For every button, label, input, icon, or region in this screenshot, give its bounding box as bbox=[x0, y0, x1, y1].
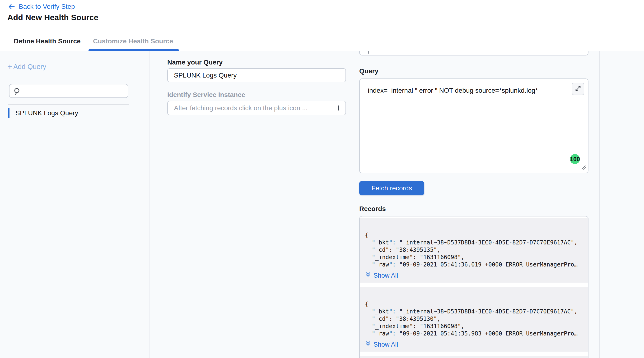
page-title: Add New Health Source bbox=[7, 13, 98, 22]
service-instance-label: Identify Service Instance bbox=[167, 91, 245, 99]
resize-handle[interactable] bbox=[581, 165, 586, 171]
name-query-label: Name your Query bbox=[167, 58, 222, 66]
content-area: + Add Query SPLUNK Logs Query Name your … bbox=[0, 51, 644, 358]
tab-customize-health-source[interactable]: Customize Health Source bbox=[93, 37, 173, 45]
add-query-label: Add Query bbox=[13, 63, 46, 71]
show-all-label: Show All bbox=[374, 341, 398, 348]
text-caret bbox=[368, 51, 369, 53]
back-arrow-icon bbox=[8, 3, 16, 10]
service-instance-plus-button[interactable]: + bbox=[332, 101, 345, 115]
double-chevron-down-icon bbox=[365, 272, 371, 280]
service-instance-input[interactable] bbox=[167, 101, 346, 115]
plus-icon: + bbox=[7, 63, 12, 70]
show-all-link[interactable]: Show All bbox=[365, 271, 398, 280]
query-text: index=_internal " error " NOT debug sour… bbox=[368, 87, 538, 94]
active-tab-underline bbox=[88, 49, 179, 51]
app-window: Back to Verify Step Add New Health Sourc… bbox=[0, 0, 644, 358]
show-all-label: Show All bbox=[374, 272, 398, 279]
query-sidebar: + Add Query SPLUNK Logs Query bbox=[0, 51, 150, 358]
record-item-3-partial bbox=[360, 356, 588, 358]
tab-bar: Define Health Source Customize Health So… bbox=[0, 30, 644, 51]
query-name-input[interactable] bbox=[167, 68, 346, 82]
query-textarea[interactable]: index=_internal " error " NOT debug sour… bbox=[359, 78, 588, 173]
record-item-2: { "_bkt": "_internal~38~D537D8B4-3EC0-4D… bbox=[360, 287, 588, 352]
record-json: { "_bkt": "_internal~38~D537D8B4-3EC0-4D… bbox=[365, 301, 586, 337]
page-header: Back to Verify Step Add New Health Sourc… bbox=[0, 0, 644, 30]
double-chevron-down-icon bbox=[365, 341, 371, 349]
add-query-button[interactable]: + Add Query bbox=[7, 63, 46, 71]
selected-indicator-bar bbox=[8, 108, 10, 118]
sidebar-divider bbox=[8, 105, 129, 105]
plus-icon: + bbox=[336, 102, 342, 114]
query-search-box bbox=[9, 84, 128, 98]
back-to-verify-step-link[interactable]: Back to Verify Step bbox=[8, 3, 75, 10]
fetch-records-button[interactable]: Fetch records bbox=[359, 181, 424, 195]
query-label: Query bbox=[359, 67, 378, 75]
expand-query-button[interactable] bbox=[572, 83, 584, 95]
tab-define-health-source[interactable]: Define Health Source bbox=[14, 37, 81, 45]
scrolled-input-partial[interactable] bbox=[359, 51, 588, 55]
record-count-badge: 100 bbox=[570, 154, 580, 164]
records-label: Records bbox=[359, 205, 386, 213]
query-column: Query index=_internal " error " NOT debu… bbox=[359, 51, 590, 358]
sidebar-item-splunk-logs-query[interactable]: SPLUNK Logs Query bbox=[8, 108, 78, 118]
records-panel: { "_bkt": "_internal~38~D537D8B4-3EC0-4D… bbox=[359, 216, 588, 358]
search-input[interactable] bbox=[23, 85, 125, 97]
show-all-link[interactable]: Show All bbox=[365, 340, 398, 349]
back-link-label: Back to Verify Step bbox=[19, 3, 75, 10]
record-json: { "_bkt": "_internal~38~D537D8B4-3EC0-4D… bbox=[365, 232, 586, 268]
record-item-1: { "_bkt": "_internal~38~D537D8B4-3EC0-4D… bbox=[360, 218, 588, 283]
right-column-divider bbox=[599, 51, 600, 358]
expand-icon bbox=[575, 85, 581, 92]
query-item-label: SPLUNK Logs Query bbox=[16, 109, 78, 117]
